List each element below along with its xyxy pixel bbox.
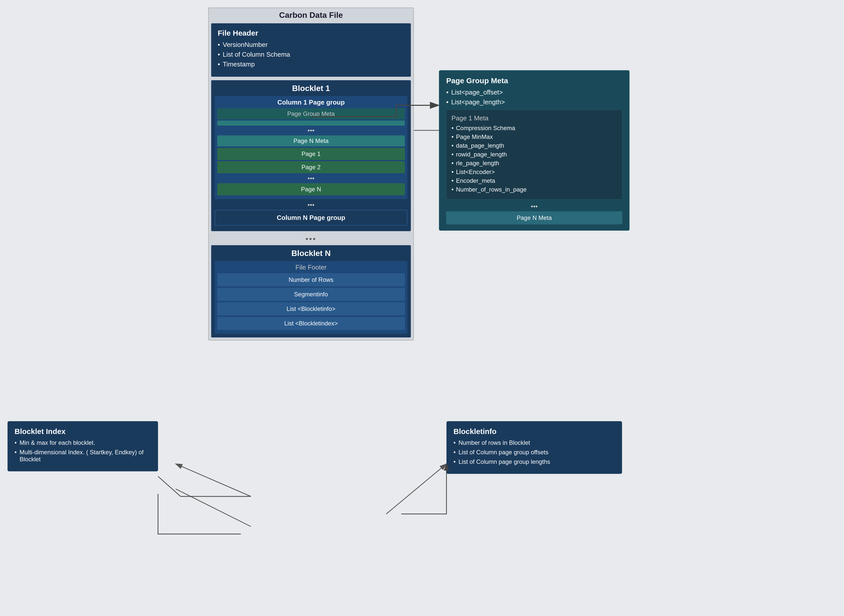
file-header-item-2: List of Column Schema: [218, 51, 404, 59]
file-footer-box: File Footer Number of Rows Segmentinfo L…: [215, 261, 407, 334]
blocklet-n-title: Blocklet N: [215, 249, 407, 258]
p1m-item-4: rowid_page_length: [452, 151, 617, 158]
pgm-page-n-bar: Page N Meta: [446, 211, 622, 224]
svg-line-5: [176, 489, 251, 527]
file-header-title: File Header: [218, 29, 404, 37]
page1-meta-box: Page 1 Meta Compression Schema Page MinM…: [446, 110, 622, 199]
blocklet-1: Blocklet 1 Column 1 Page group Page Grou…: [211, 80, 411, 231]
file-header-list: VersionNumber List of Column Schema Time…: [218, 41, 404, 68]
binfo-item-3: List of Column page group lengths: [454, 458, 615, 465]
pgm-popup-title: Page Group Meta: [446, 76, 622, 85]
page-2-bar: Page 2: [217, 161, 405, 173]
page-group-meta-popup: Page Group Meta List<page_offset> List<p…: [439, 70, 630, 231]
p1m-item-8: Number_of_rows_in_page: [452, 186, 617, 193]
col-n-page-group: Column N Page group: [215, 210, 407, 226]
p1m-item-1: Compression Schema: [452, 125, 617, 132]
file-header-box: File Header VersionNumber List of Column…: [211, 23, 411, 77]
page1-meta-list: Compression Schema Page MinMax data_page…: [452, 125, 617, 193]
page-group-meta-bar-1: [217, 120, 405, 126]
col-1-page-group-title: Column 1 Page group: [217, 98, 405, 106]
p1m-item-2: Page MinMax: [452, 133, 617, 141]
blocklet-1-title: Blocklet 1: [215, 84, 407, 93]
col-dots: •••: [215, 201, 407, 209]
svg-line-4: [386, 464, 446, 514]
bi-item-2: Multi-dimensional Index. ( Startkey, End…: [15, 449, 151, 463]
binfo-item-1: Number of rows in Blocklet: [454, 439, 615, 446]
carbon-data-file: Carbon Data File File Header VersionNumb…: [208, 7, 414, 340]
pgm-popup-dots: •••: [446, 202, 622, 210]
binfo-item-2: List of Column page group offsets: [454, 449, 615, 456]
p1m-item-5: rle_page_length: [452, 160, 617, 167]
col-1-page-group: Column 1 Page group Page Group Meta ••• …: [215, 96, 407, 199]
file-header-item-1: VersionNumber: [218, 41, 404, 48]
blockletinfo-list: Number of rows in Blocklet List of Colum…: [454, 439, 615, 465]
pgm-item-1: List<page_offset>: [446, 88, 622, 96]
page-1-bar: Page 1: [217, 148, 405, 160]
file-header-item-3: Timestamp: [218, 60, 404, 68]
blocklet-n: Blocklet N File Footer Number of Rows Se…: [211, 245, 411, 337]
footer-row-4: List <Blockletindex>: [217, 317, 405, 330]
inner-dots-1: •••: [217, 127, 405, 134]
carbon-file-title: Carbon Data File: [211, 10, 411, 20]
footer-row-1: Number of Rows: [217, 273, 405, 286]
page-group-meta-inner: Page Group Meta: [217, 108, 405, 119]
page1-meta-title: Page 1 Meta: [452, 114, 617, 122]
pgm-item-2: List<page_length>: [446, 98, 622, 106]
footer-row-2: Segmentinfo: [217, 288, 405, 301]
blockletinfo-title: Blockletinfo: [454, 427, 615, 436]
file-footer-title: File Footer: [217, 264, 405, 271]
col-n-page-group-title: Column N Page group: [219, 214, 403, 221]
blocklet-index-popup: Blocklet Index Min & max for each blockl…: [7, 421, 158, 471]
footer-row-3: List <Blockletinfo>: [217, 302, 405, 315]
svg-line-3: [176, 464, 251, 496]
page-n-bar: Page N: [217, 183, 405, 195]
blocklet-separator-dots: •••: [211, 235, 411, 243]
blocklet-index-list: Min & max for each blocklet. Multi-dimen…: [15, 439, 151, 463]
bi-item-1: Min & max for each blocklet.: [15, 439, 151, 446]
blocklet-index-title: Blocklet Index: [15, 427, 151, 436]
blockletinfo-popup: Blockletinfo Number of rows in Blocklet …: [446, 421, 622, 474]
pgm-popup-list: List<page_offset> List<page_length>: [446, 88, 622, 106]
p1m-item-6: List<Encoder>: [452, 169, 617, 176]
p1m-item-7: Encoder_meta: [452, 177, 617, 184]
p1m-item-3: data_page_length: [452, 142, 617, 149]
pages-dots: •••: [217, 175, 405, 182]
page-n-meta-bar: Page N Meta: [217, 135, 405, 147]
